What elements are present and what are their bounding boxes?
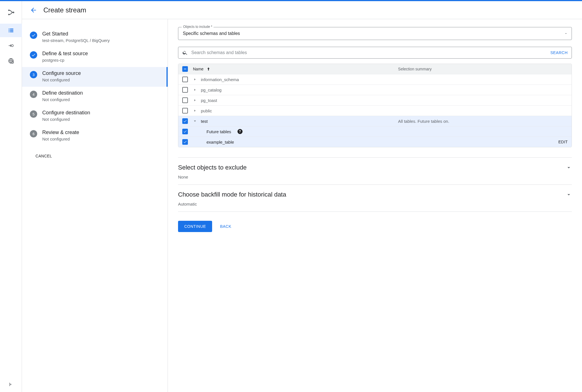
step-review-create[interactable]: 6 Review & create Not configured [22, 126, 168, 146]
section-value: None [178, 175, 572, 179]
expand-rail-icon[interactable] [0, 382, 22, 387]
schema-row[interactable]: public [178, 105, 572, 116]
row-checkbox[interactable] [182, 108, 188, 113]
step-define-source[interactable]: Define & test source postgres-cp [22, 47, 168, 67]
step-title: Get Started [42, 31, 110, 37]
nav-connections-icon[interactable] [0, 39, 22, 52]
schema-name: information_schema [201, 77, 239, 82]
exclude-section: Select objects to exclude None [178, 157, 572, 184]
table-row[interactable]: example_table EDIT [178, 137, 572, 147]
backfill-toggle[interactable]: Choose backfill mode for historical data [178, 191, 572, 198]
column-summary: Selection summary [398, 67, 568, 71]
field-legend: Objects to include * [182, 25, 214, 29]
row-checkbox[interactable] [182, 129, 188, 134]
step-title: Review & create [42, 130, 79, 135]
chevron-down-icon [566, 191, 572, 198]
step-subtitle: Not configured [42, 97, 83, 102]
search-button[interactable]: SEARCH [550, 50, 568, 55]
search-icon [182, 50, 188, 55]
page-title: Create stream [43, 6, 86, 14]
step-subtitle: postgres-cp [42, 58, 88, 63]
action-bar: CONTINUE BACK [178, 219, 572, 232]
select-all-checkbox[interactable] [182, 66, 188, 72]
step-define-destination[interactable]: 4 Define destination Not configured [22, 87, 168, 106]
expand-right-icon[interactable] [193, 77, 197, 81]
product-logo-icon [5, 7, 17, 18]
exclude-toggle[interactable]: Select objects to exclude [178, 164, 572, 171]
step-number-badge: 3 [30, 71, 37, 78]
step-title: Configure source [42, 70, 81, 76]
continue-button[interactable]: CONTINUE [178, 221, 212, 232]
wizard-steps: Get Started test-stream, PostgreSQL / Bi… [22, 19, 168, 392]
svg-rect-5 [8, 30, 9, 31]
step-check-icon [30, 51, 37, 59]
column-name[interactable]: Name [193, 67, 203, 71]
expand-right-icon[interactable] [193, 88, 197, 92]
svg-rect-13 [184, 69, 186, 69]
expand-right-icon[interactable] [193, 98, 197, 102]
schema-name: pg_catalog [201, 88, 221, 92]
row-checkbox[interactable] [182, 87, 188, 93]
section-title: Choose backfill mode for historical data [178, 191, 286, 198]
schema-row[interactable]: test All tables. Future tables on. [178, 116, 572, 126]
table-name: example_table [206, 140, 234, 144]
edit-button[interactable]: EDIT [558, 140, 568, 144]
nav-private-icon[interactable] [0, 54, 22, 68]
schema-table: Name Selection summary information_schem… [178, 64, 572, 147]
row-checkbox[interactable] [182, 118, 188, 124]
schema-name: pg_toast [201, 98, 217, 103]
step-configure-destination[interactable]: 5 Configure destination Not configured [22, 106, 168, 126]
back-arrow-icon[interactable] [30, 6, 37, 14]
schema-search-input[interactable] [191, 50, 547, 55]
svg-rect-3 [8, 29, 9, 30]
row-checkbox[interactable] [182, 77, 188, 82]
schema-row[interactable]: information_schema [178, 74, 572, 84]
sort-asc-icon[interactable] [206, 67, 211, 71]
icon-rail [0, 1, 22, 392]
table-header: Name Selection summary [178, 64, 572, 74]
step-subtitle: Not configured [42, 117, 90, 122]
schema-row[interactable]: pg_catalog [178, 84, 572, 95]
step-title: Configure destination [42, 110, 90, 116]
table-row[interactable]: Future tables ? [178, 126, 572, 137]
field-value: Specific schemas and tables [183, 31, 567, 36]
objects-to-include-select[interactable]: Objects to include * Specific schemas an… [178, 27, 572, 40]
content-pane: Objects to include * Specific schemas an… [168, 19, 582, 392]
step-configure-source[interactable]: 3 Configure source Not configured [22, 67, 168, 87]
backfill-section: Choose backfill mode for historical data… [178, 184, 572, 212]
step-check-icon [30, 32, 37, 39]
step-number-badge: 6 [30, 130, 37, 137]
svg-rect-6 [10, 30, 13, 31]
step-title: Define destination [42, 90, 83, 96]
schema-name: test [201, 119, 208, 124]
row-checkbox[interactable] [182, 97, 188, 103]
expand-down-icon[interactable] [193, 119, 197, 123]
step-subtitle: Not configured [42, 77, 81, 82]
step-subtitle: test-stream, PostgreSQL / BigQuery [42, 38, 110, 43]
step-number-badge: 4 [30, 91, 37, 98]
step-number-badge: 5 [30, 110, 37, 118]
page-header: Create stream [22, 1, 582, 19]
selection-summary: All tables. Future tables on. [398, 119, 449, 124]
step-get-started[interactable]: Get Started test-stream, PostgreSQL / Bi… [22, 28, 168, 47]
help-icon[interactable]: ? [237, 129, 243, 134]
svg-rect-4 [10, 29, 13, 30]
schema-name: public [201, 108, 212, 113]
expand-right-icon[interactable] [193, 109, 197, 113]
caret-down-icon [564, 32, 568, 35]
step-subtitle: Not configured [42, 137, 79, 141]
svg-point-2 [12, 12, 14, 13]
nav-streams-icon[interactable] [0, 24, 22, 37]
svg-rect-12 [9, 383, 10, 386]
svg-rect-8 [10, 32, 13, 32]
schema-search-box: SEARCH [178, 47, 572, 59]
cancel-button[interactable]: CANCEL [35, 154, 52, 158]
step-title: Define & test source [42, 51, 88, 57]
schema-row[interactable]: pg_toast [178, 95, 572, 105]
table-name: Future tables [206, 129, 231, 134]
back-button[interactable]: BACK [220, 224, 231, 229]
section-value: Automatic [178, 202, 572, 206]
chevron-down-icon [566, 164, 572, 171]
row-checkbox[interactable] [182, 139, 188, 145]
svg-rect-7 [8, 32, 9, 32]
